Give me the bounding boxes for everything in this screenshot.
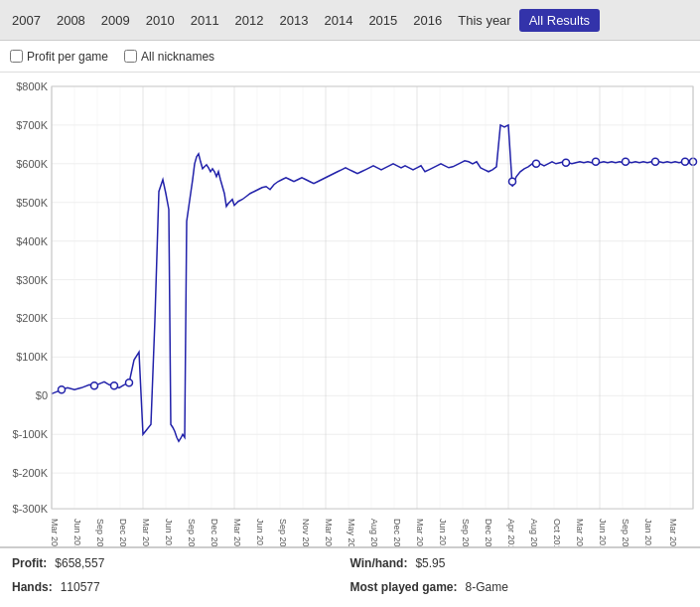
- svg-text:$-300K: $-300K: [13, 503, 49, 515]
- all-nicknames-option[interactable]: All nicknames: [124, 50, 214, 64]
- profit-per-game-option[interactable]: Profit per game: [10, 50, 108, 64]
- svg-text:Sep 2011: Sep 2011: [95, 519, 105, 546]
- svg-point-64: [126, 379, 133, 386]
- svg-text:Jun 2012: Jun 2012: [164, 519, 174, 546]
- svg-point-62: [91, 382, 98, 389]
- svg-text:Apr 2016: Apr 2016: [506, 519, 516, 546]
- tab-2012[interactable]: 2012: [227, 9, 272, 32]
- svg-point-58: [652, 158, 659, 165]
- svg-point-57: [623, 158, 630, 165]
- svg-text:May 2014: May 2014: [347, 519, 356, 546]
- tab-2009[interactable]: 2009: [93, 9, 138, 32]
- svg-text:$-200K: $-200K: [13, 467, 49, 479]
- svg-text:$100K: $100K: [16, 351, 48, 363]
- svg-text:$400K: $400K: [16, 235, 48, 247]
- svg-text:$-100K: $-100K: [13, 428, 49, 440]
- win-hand-value: $5.95: [415, 556, 445, 576]
- svg-text:$700K: $700K: [16, 119, 48, 131]
- stats-footer: Profit: $658,557 Win/hand: $5.95 Hands: …: [0, 547, 700, 607]
- tab-2014[interactable]: 2014: [316, 9, 360, 32]
- tab-2016[interactable]: 2016: [405, 9, 450, 32]
- tab-2011[interactable]: 2011: [183, 9, 227, 32]
- win-hand-row: Win/hand: $5.95: [350, 556, 689, 576]
- svg-text:$300K: $300K: [16, 274, 48, 286]
- svg-point-53: [509, 178, 516, 185]
- svg-text:Nov 2013: Nov 2013: [301, 519, 311, 546]
- profit-label: Profit:: [12, 556, 47, 576]
- svg-text:$0: $0: [36, 389, 48, 401]
- svg-point-56: [593, 158, 600, 165]
- svg-text:Sep 2017: Sep 2017: [621, 519, 630, 546]
- svg-point-61: [59, 386, 66, 393]
- svg-text:Mar 2011: Mar 2011: [50, 519, 60, 546]
- tab-2007[interactable]: 2007: [4, 9, 49, 32]
- svg-text:Mar 2014: Mar 2014: [324, 519, 334, 546]
- svg-text:Dec 2011: Dec 2011: [118, 519, 128, 546]
- profit-per-game-checkbox[interactable]: [10, 50, 23, 63]
- tab-2008[interactable]: 2008: [49, 9, 93, 32]
- svg-text:Jan 2018: Jan 2018: [643, 519, 653, 546]
- options-row: Profit per game All nicknames: [0, 41, 700, 73]
- tab-2010[interactable]: 2010: [138, 9, 183, 32]
- svg-text:Jun 2013: Jun 2013: [255, 519, 265, 546]
- hands-label: Hands:: [12, 580, 53, 600]
- hands-row: Hands: 110577: [12, 580, 350, 600]
- svg-text:Jun 2017: Jun 2017: [598, 519, 608, 546]
- svg-text:Mar 2013: Mar 2013: [232, 519, 242, 546]
- most-played-row: Most played game: 8-Game: [350, 580, 689, 600]
- svg-text:Dec 2012: Dec 2012: [210, 519, 219, 546]
- svg-text:$200K: $200K: [16, 312, 48, 324]
- tab-this-year[interactable]: This year: [450, 9, 518, 32]
- all-nicknames-label: All nicknames: [141, 50, 214, 64]
- hands-value: 110577: [61, 580, 100, 600]
- svg-text:Dec 2015: Dec 2015: [484, 519, 493, 546]
- svg-text:Aug 2014: Aug 2014: [369, 519, 379, 546]
- svg-text:Oct 2016: Oct 2016: [552, 519, 562, 546]
- svg-point-63: [111, 382, 118, 389]
- svg-text:$600K: $600K: [16, 158, 48, 170]
- year-tabs-bar: 2007 2008 2009 2010 2011 2012 2013 2014 …: [0, 0, 700, 41]
- svg-text:Sep 2015: Sep 2015: [461, 519, 471, 546]
- svg-text:Mar 2017: Mar 2017: [575, 519, 585, 546]
- profit-chart: .grid-line { stroke: #ddd; stroke-width:…: [0, 73, 700, 546]
- svg-text:Jun 2015: Jun 2015: [438, 519, 448, 546]
- svg-text:Mar 2018: Mar 2018: [668, 519, 678, 546]
- svg-point-59: [682, 158, 689, 165]
- profit-per-game-label: Profit per game: [27, 50, 108, 64]
- profit-value: $658,557: [55, 556, 104, 576]
- profit-row: Profit: $658,557: [12, 556, 350, 576]
- svg-text:Aug 2016: Aug 2016: [529, 519, 539, 546]
- win-hand-label: Win/hand:: [350, 556, 408, 576]
- most-played-value: 8-Game: [466, 580, 508, 600]
- tab-2015[interactable]: 2015: [360, 9, 405, 32]
- most-played-label: Most played game:: [350, 580, 458, 600]
- tab-2013[interactable]: 2013: [272, 9, 317, 32]
- svg-point-54: [533, 160, 540, 167]
- svg-text:$800K: $800K: [16, 80, 48, 92]
- svg-text:Mar 2012: Mar 2012: [141, 519, 151, 546]
- svg-text:Sep 2013: Sep 2013: [278, 519, 288, 546]
- tab-all-results[interactable]: All Results: [519, 9, 600, 32]
- svg-text:Jun 2011: Jun 2011: [72, 519, 82, 546]
- svg-text:Sep 2012: Sep 2012: [187, 519, 197, 546]
- svg-rect-93: [52, 86, 693, 509]
- svg-text:Dec 2014: Dec 2014: [392, 519, 402, 546]
- svg-text:Mar 2015: Mar 2015: [415, 519, 425, 546]
- all-nicknames-checkbox[interactable]: [124, 50, 137, 63]
- svg-text:$500K: $500K: [16, 197, 48, 209]
- svg-point-55: [563, 159, 570, 166]
- chart-container: .grid-line { stroke: #ddd; stroke-width:…: [0, 73, 700, 547]
